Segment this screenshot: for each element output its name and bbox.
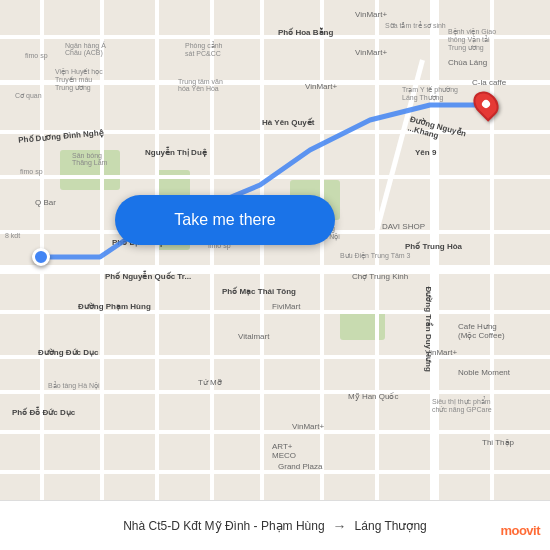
street-v9 — [490, 0, 494, 500]
route-from-label: Nhà Ct5-D Kđt Mỹ Đình - Phạm Hùng — [123, 519, 324, 533]
street-v7 — [375, 0, 379, 500]
street-h1 — [0, 35, 550, 39]
green-area-1 — [60, 150, 120, 190]
street-h7 — [0, 310, 550, 314]
bottom-bar: Nhà Ct5-D Kđt Mỹ Đình - Phạm Hùng → Láng… — [0, 500, 550, 550]
origin-marker — [32, 248, 50, 266]
street-h4 — [0, 175, 550, 179]
street-v4 — [210, 0, 214, 500]
street-v5 — [260, 0, 264, 500]
take-me-there-button[interactable]: Take me there — [115, 195, 335, 245]
route-arrow: → — [333, 518, 347, 534]
moovit-logo: moovit — [500, 523, 540, 538]
street-h10 — [0, 430, 550, 434]
destination-marker — [475, 90, 497, 118]
street-v6 — [320, 0, 324, 500]
street-v2 — [100, 0, 104, 500]
route-to-label: Láng Thượng — [355, 519, 427, 533]
street-h2 — [0, 80, 550, 85]
map-container: VinMart+ fimo sp Ngân hàng ÁChâu (ACB) P… — [0, 0, 550, 500]
map-background — [0, 0, 550, 500]
street-h11 — [0, 470, 550, 474]
street-h3 — [0, 130, 550, 134]
street-h8 — [0, 355, 550, 359]
street-v3 — [155, 0, 159, 500]
street-h6 — [0, 265, 550, 274]
street-v8 — [430, 0, 439, 500]
street-h9 — [0, 390, 550, 394]
